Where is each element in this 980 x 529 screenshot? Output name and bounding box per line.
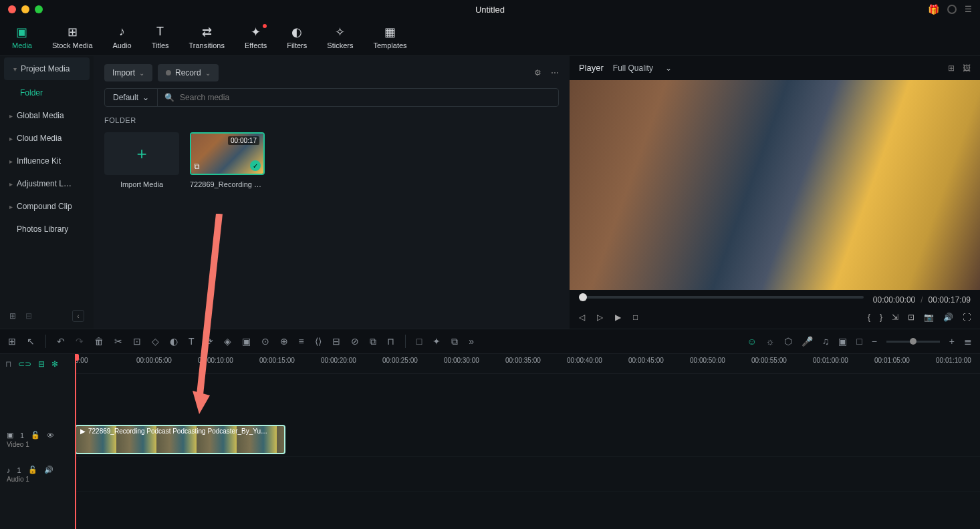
smile-icon[interactable]: ☺ [747,336,757,347]
crop-button[interactable]: ⊡ [133,336,141,347]
sort-select[interactable]: Default⌄ [105,89,158,106]
audio-track-lane[interactable] [75,457,980,492]
zoom-knob[interactable] [910,338,916,345]
tab-filters[interactable]: ◐Filters [287,25,307,49]
fullscreen-icon[interactable]: ⛶ [963,313,971,322]
delete-button[interactable]: 🗑 [94,336,104,347]
track-header-audio[interactable]: ♪1🔓🔊 Audio 1 [0,457,75,492]
tab-stickers[interactable]: ✧Stickers [327,25,353,49]
media-tile-clip[interactable]: 00:00:17 ⧉ ✓ 722869_Recording P… [190,132,265,188]
sidebar-item-global-media[interactable]: ▸Global Media [0,104,94,127]
sidebar-item-adjustment-layer[interactable]: ▸Adjustment L… [0,172,94,195]
new-folder-icon[interactable]: ⊞ [9,311,16,321]
mute-icon[interactable]: 🔊 [44,466,53,474]
list-view-icon[interactable]: ≣ [964,336,972,347]
music-icon[interactable]: ♫ [822,336,830,347]
record-button[interactable]: Record⌄ [158,64,219,81]
stop-button[interactable]: □ [633,313,638,322]
collapse-sidebar-button[interactable]: ‹ [72,310,84,322]
media-tile-import[interactable]: + Import Media [104,132,179,188]
sidebar-item-influence-kit[interactable]: ▸Influence Kit [0,150,94,172]
tab-templates[interactable]: ▦Templates [373,25,406,49]
seek-handle[interactable] [579,293,587,301]
undo-button[interactable]: ↶ [57,336,65,347]
tab-titles[interactable]: TTitles [152,25,169,49]
effects-button[interactable]: ✦ [433,336,441,347]
chain-button[interactable]: ⧉ [370,336,376,347]
speed-button[interactable]: ⟳ [205,336,213,347]
frame-icon[interactable]: ▣ [838,336,847,347]
link-button[interactable]: ⊕ [280,336,288,347]
square-icon[interactable]: □ [856,336,862,347]
cursor-tool-icon[interactable]: ↖ [27,336,35,347]
unlink-button[interactable]: ⊘ [351,336,359,347]
search-input[interactable] [180,93,552,102]
cut-button[interactable]: ✂ [114,336,122,347]
marker2-button[interactable]: □ [416,336,422,347]
quality-select[interactable]: Full Quality⌄ [613,63,672,73]
gift-icon[interactable] [928,4,939,15]
bracket-right-icon[interactable]: } [880,313,882,322]
sidebar-item-compound-clip[interactable]: ▸Compound Clip [0,195,94,218]
status-circle-icon[interactable] [947,5,957,14]
timeline-tracks[interactable]: 0:0000:00:05:0000:00:10:0000:00:15:0000:… [75,354,980,529]
keyframe-button[interactable]: ◈ [224,336,231,347]
more-icon[interactable]: ⋯ [551,68,559,77]
sidebar-item-project-media[interactable]: ▾Project Media [4,57,90,80]
zoom-out-button[interactable]: − [872,336,877,347]
ripple-icon[interactable]: ⊟ [38,359,45,369]
maximize-window-button[interactable] [35,5,43,13]
shield-icon[interactable]: ⬡ [784,336,792,347]
volume-icon[interactable]: 🔊 [943,313,953,322]
align-button[interactable]: ≡ [299,336,304,347]
eye-icon[interactable]: 👁 [47,431,54,439]
layers-button[interactable]: ⧉ [451,336,458,347]
redo-button[interactable]: ↷ [76,336,84,347]
lock-icon[interactable]: 🔓 [28,466,37,474]
tab-effects[interactable]: ✦Effects [245,25,267,49]
menu-icon[interactable]: ☰ [965,5,972,14]
close-window-button[interactable] [8,5,16,13]
mic-icon[interactable]: 🎤 [802,336,813,347]
seek-bar[interactable] [579,296,864,299]
sun-icon[interactable]: ☼ [766,336,775,347]
grid-tool-icon[interactable]: ⊞ [8,336,16,347]
timeline-ruler[interactable]: 0:0000:00:05:0000:00:10:0000:00:15:0000:… [75,354,980,374]
link-toggle-icon[interactable]: ⊂⊃ [18,359,31,369]
track-header-video[interactable]: ▣1🔓👁 Video 1 [0,422,75,457]
rotate-button[interactable]: ◇ [152,336,159,347]
zoom-in-button[interactable]: + [949,336,955,347]
tab-media[interactable]: ▣Media [12,25,32,49]
detach-button[interactable]: ⊟ [332,336,340,347]
marker-icon[interactable]: ⇲ [892,313,898,322]
mask-button[interactable]: ▣ [242,336,251,347]
screenshot-icon[interactable]: ⊡ [908,313,914,322]
lock-icon[interactable]: 🔓 [31,431,40,439]
sidebar-item-photos-library[interactable]: ▸Photos Library [0,218,94,240]
timeline-clip[interactable]: ▶722869_Recording Podcast Podcasting Pod… [75,425,285,454]
play-forward-button[interactable]: ▶ [615,313,621,322]
auto-icon[interactable]: ✻ [51,359,58,369]
grid-view-icon[interactable]: ⊞ [948,63,955,73]
camera-icon[interactable]: 📷 [924,313,934,322]
import-button[interactable]: Import⌄ [104,64,152,81]
sidebar-item-cloud-media[interactable]: ▸Cloud Media [0,127,94,150]
minimize-window-button[interactable] [21,5,29,13]
tab-transitions[interactable]: ⇄Transitions [189,25,225,49]
group-button[interactable]: ⟨⟩ [315,336,322,347]
tab-stock-media[interactable]: ⊞Stock Media [52,25,93,49]
prev-frame-button[interactable]: ◁ [579,313,585,322]
magnet-icon[interactable]: ⊓ [5,359,11,369]
zoom-slider[interactable] [886,341,940,343]
sidebar-item-folder[interactable]: Folder [0,81,94,104]
video-preview[interactable] [570,80,980,290]
more-tools-button[interactable]: » [469,336,474,347]
tab-audio[interactable]: ♪Audio [113,25,132,49]
timer-button[interactable]: ⊙ [261,336,269,347]
play-button[interactable]: ▷ [597,313,603,322]
video-track-lane[interactable]: ▶722869_Recording Podcast Podcasting Pod… [75,422,980,457]
split-button[interactable]: ⊓ [387,336,394,347]
filter-icon[interactable]: ⚙ [534,68,541,77]
bracket-left-icon[interactable]: { [868,313,870,322]
picture-icon[interactable]: 🖼 [963,63,971,73]
